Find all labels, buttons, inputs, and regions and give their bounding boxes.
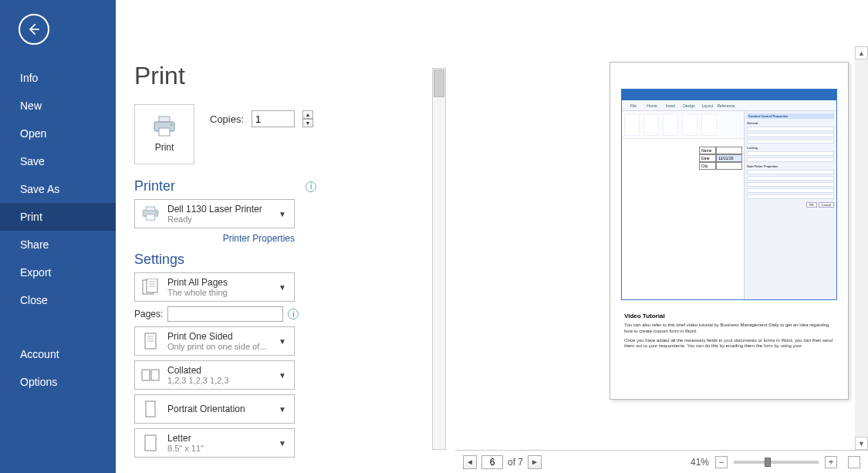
svg-rect-25: [145, 435, 156, 451]
svg-rect-10: [146, 207, 154, 211]
nav-account[interactable]: Account: [0, 340, 116, 368]
printer-properties-link[interactable]: Printer Properties: [134, 233, 295, 244]
collated-icon: [140, 364, 161, 386]
svg-rect-7: [159, 128, 170, 136]
preview-heading: Video Tutorial: [624, 313, 834, 319]
chevron-down-icon: ▼: [279, 337, 289, 346]
scroll-up-button[interactable]: ▲: [855, 46, 868, 59]
preview-page: FileHomeInsertDesignLayoutReference Name…: [610, 62, 849, 400]
nav-info[interactable]: Info: [0, 64, 116, 92]
nav-close[interactable]: Close: [0, 286, 116, 314]
paper-size-dropdown[interactable]: Letter 8.5" x 11" ▼: [134, 428, 295, 458]
svg-rect-22: [142, 370, 150, 380]
printer-info-icon[interactable]: i: [306, 181, 316, 192]
zoom-value: 41%: [691, 457, 709, 468]
printer-name: Dell 1130 Laser Printer: [167, 204, 272, 215]
collate-dropdown[interactable]: Collated 1,2,3 1,2,3 1,2,3 ▼: [134, 360, 295, 390]
one-sided-icon: [140, 330, 161, 352]
zoom-fit-button[interactable]: [848, 456, 860, 468]
nav-share[interactable]: Share: [0, 231, 116, 258]
scrollbar-thumb[interactable]: [434, 69, 444, 97]
printer-icon: [152, 116, 177, 137]
chevron-down-icon: ▼: [279, 405, 289, 414]
svg-rect-14: [147, 279, 157, 292]
scroll-down-button[interactable]: ▼: [855, 437, 868, 450]
preview-para-1: You can also refer to this brief video t…: [624, 323, 834, 335]
copies-label: Copies:: [210, 113, 244, 125]
print-button[interactable]: Print: [134, 104, 194, 164]
page-of-label: of 7: [508, 457, 523, 468]
nav-options[interactable]: Options: [0, 368, 116, 396]
chevron-down-icon: ▼: [279, 371, 289, 380]
sides-dropdown[interactable]: Print One Sided Only print on one side o…: [134, 326, 295, 356]
nav-print[interactable]: Print: [0, 203, 116, 231]
arrow-left-icon: [26, 22, 42, 37]
zoom-controls: 41% − +: [691, 456, 860, 468]
nav-export[interactable]: Export: [0, 258, 116, 286]
printer-status: Ready: [167, 215, 272, 224]
copies-input[interactable]: [252, 110, 295, 127]
chevron-down-icon: ▼: [279, 439, 289, 448]
orientation-dropdown[interactable]: Portrait Orientation ▼: [134, 394, 295, 424]
copies-down[interactable]: ▼: [302, 119, 313, 127]
pages-row: Pages: i: [134, 306, 316, 322]
print-button-label: Print: [155, 142, 174, 153]
preview-screenshot: FileHomeInsertDesignLayoutReference Name…: [621, 89, 837, 300]
svg-rect-11: [146, 215, 154, 220]
print-preview: FileHomeInsertDesignLayoutReference Name…: [455, 46, 868, 450]
preview-para-2: Once you have added all the necessary fi…: [624, 338, 834, 350]
portrait-icon: [140, 398, 161, 420]
nav-bottom: Account Options: [0, 340, 116, 396]
printer-dropdown[interactable]: Dell 1130 Laser Printer Ready ▼: [134, 199, 295, 228]
zoom-out-button[interactable]: −: [715, 456, 728, 468]
settings-scrollbar[interactable]: [432, 68, 446, 450]
backstage-main: Print Print Copies: ▲ ▼: [116, 46, 868, 473]
chevron-down-icon: ▼: [279, 283, 289, 292]
svg-rect-24: [146, 401, 155, 417]
nav-new[interactable]: New: [0, 92, 116, 120]
print-settings-panel: Print Print Copies: ▲ ▼: [116, 46, 316, 473]
zoom-in-button[interactable]: +: [825, 456, 837, 468]
page-title: Print: [134, 62, 316, 90]
nav-items: Info New Open Save Save As Print Share E…: [0, 64, 116, 314]
svg-rect-5: [159, 117, 170, 122]
page-navigator: ◄ of 7 ►: [463, 455, 542, 469]
pages-icon: [140, 276, 161, 298]
printer-section-heading: Printer i: [134, 178, 316, 194]
paper-icon: [140, 432, 161, 454]
pages-info-icon[interactable]: i: [288, 309, 299, 319]
preview-scrollbar[interactable]: ▲ ▼: [855, 46, 868, 450]
back-button[interactable]: [19, 14, 49, 45]
backstage-sidebar: Info New Open Save Save As Print Share E…: [0, 0, 116, 473]
nav-save[interactable]: Save: [0, 147, 116, 175]
pages-label: Pages:: [134, 309, 163, 319]
copies-up[interactable]: ▲: [302, 110, 313, 119]
print-range-dropdown[interactable]: Print All Pages The whole thing ▼: [134, 272, 295, 302]
pages-input[interactable]: [167, 306, 283, 322]
settings-section-heading: Settings: [134, 252, 316, 268]
nav-save-as[interactable]: Save As: [0, 175, 116, 203]
svg-point-8: [171, 124, 173, 127]
svg-point-12: [155, 211, 157, 213]
zoom-slider-thumb[interactable]: [765, 458, 771, 467]
svg-rect-23: [151, 370, 159, 380]
copies-control: Copies: ▲ ▼: [210, 110, 313, 127]
prev-page-button[interactable]: ◄: [463, 455, 477, 469]
preview-status-bar: ◄ of 7 ► 41% − +: [455, 450, 868, 473]
nav-open[interactable]: Open: [0, 120, 116, 147]
chevron-down-icon: ▼: [279, 210, 289, 218]
copies-spinner: ▲ ▼: [302, 110, 313, 127]
zoom-slider[interactable]: [734, 461, 819, 464]
next-page-button[interactable]: ►: [528, 455, 542, 469]
printer-icon: [140, 203, 161, 225]
current-page-input[interactable]: [481, 455, 503, 469]
